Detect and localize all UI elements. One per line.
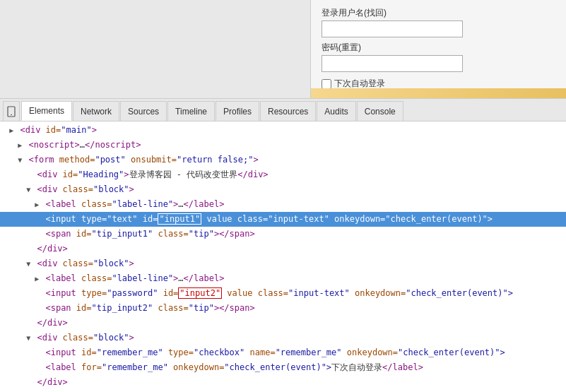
login-input[interactable] [322,20,463,37]
dom-line-highlighted[interactable]: ▶ <input type="text" id="input1" value c… [0,212,566,227]
password-input[interactable] [322,55,463,72]
preview-area: 登录用户名(找回) 密码(重置) 下次自动登录 [0,0,566,99]
dom-line[interactable]: ▼ <div class="block"> [0,331,566,345]
tab-network[interactable]: Network [73,101,119,121]
auto-login-checkbox[interactable] [322,79,331,89]
password-label: 密码(重置) [322,42,555,54]
preview-left [0,0,311,98]
collapse-triangle[interactable]: ▶ [8,124,15,137]
dom-line[interactable]: ▶ <div id="Heading">登录博客园 - 代码改变世界</div> [0,167,566,182]
dom-line[interactable]: ▶ <label class="label-line">…</label> [0,271,566,286]
devtools-tabs: Elements Network Sources Timeline Profil… [0,99,566,121]
tab-timeline[interactable]: Timeline [167,101,215,121]
tab-audits[interactable]: Audits [317,101,355,121]
tab-profiles[interactable]: Profiles [216,101,259,121]
dom-line[interactable]: ▼ <div class="block"> [0,256,566,271]
expand-triangle[interactable]: ▼ [16,154,23,167]
tab-resources[interactable]: Resources [260,101,316,121]
dom-tree: ▶ <div id="main"> ▶ <noscript>…</noscrip… [0,121,566,392]
dom-line[interactable]: ▼ <div class="block"> [0,182,566,197]
dom-line[interactable]: ▶ <div id="main"> [0,123,566,138]
tab-console[interactable]: Console [357,101,403,121]
dom-line[interactable]: ▶ <label class="label-line">…</label> [0,197,566,212]
expand-triangle[interactable]: ▼ [25,184,32,196]
mobile-icon[interactable] [3,101,20,121]
tab-elements[interactable]: Elements [21,101,72,121]
auto-login-bar [311,88,566,98]
dom-line[interactable]: ▶ <input type="password" id="input2" val… [0,286,566,301]
collapse-triangle[interactable]: ▶ [33,273,40,285]
dom-line[interactable]: ▶ <span id="tip_input1" class="tip"></sp… [0,227,566,242]
login-label: 登录用户名(找回) [322,7,555,19]
tab-sources[interactable]: Sources [120,101,167,121]
password-group: 密码(重置) [322,42,555,72]
dom-line[interactable]: ▶ </div> [0,242,566,256]
collapse-triangle[interactable]: ▶ [33,198,40,211]
dom-line[interactable]: ▶ </div> [0,375,566,390]
collapse-triangle[interactable]: ▶ [16,139,23,152]
dom-line[interactable]: ▶ <input id="remember_me" type="checkbox… [0,345,566,360]
dom-line[interactable]: ▶ <label for="remember_me" onkeydown="ch… [0,360,566,375]
dom-line[interactable]: ▼ <form method="post" onsubmit="return f… [0,153,566,167]
dom-line[interactable]: ▶ <span id="tip_input2" class="tip"></sp… [0,301,566,316]
expand-triangle[interactable]: ▼ [25,258,32,271]
dom-line[interactable]: ▶ </div> [0,316,566,331]
login-group: 登录用户名(找回) [322,7,555,37]
preview-right: 登录用户名(找回) 密码(重置) 下次自动登录 [311,0,566,98]
expand-triangle[interactable]: ▼ [25,332,32,345]
dom-line[interactable]: ▶ <noscript>…</noscript> [0,138,566,153]
